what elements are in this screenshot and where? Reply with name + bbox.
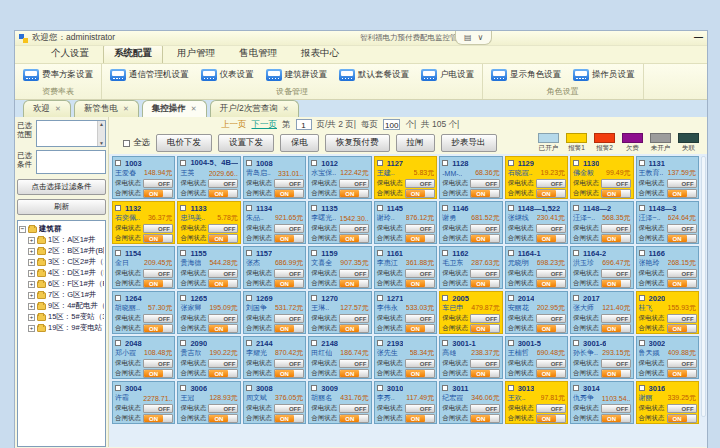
card-checkbox[interactable]: [246, 205, 252, 211]
switch-state-toggle[interactable]: ON: [601, 234, 631, 243]
switch-state-toggle[interactable]: ON: [470, 369, 500, 378]
card-checkbox[interactable]: [246, 250, 252, 256]
power-protect-toggle[interactable]: OFF: [470, 359, 500, 368]
meter-card[interactable]: 1131 王教育.. 137.59元 保电状态 OFF 合闸: [636, 156, 699, 199]
card-checkbox[interactable]: [508, 160, 514, 166]
card-checkbox[interactable]: [442, 160, 448, 166]
power-protect-toggle[interactable]: OFF: [143, 404, 173, 413]
power-protect-toggle[interactable]: OFF: [470, 269, 500, 278]
card-checkbox[interactable]: [377, 295, 383, 301]
user-name[interactable]: 高雄: [442, 348, 456, 358]
switch-state-toggle[interactable]: ON: [339, 234, 369, 243]
expand-icon[interactable]: +: [28, 292, 35, 299]
tree-node[interactable]: + 19区：9#变电站（2: [19, 323, 104, 333]
meter-card[interactable]: 1148—1,522 张继线 230.41元 保电状态 OFF: [505, 201, 568, 244]
user-name[interactable]: 贵海德: [180, 258, 201, 268]
card-checkbox[interactable]: [639, 160, 645, 166]
card-checkbox[interactable]: [377, 250, 383, 256]
switch-state-toggle[interactable]: ON: [667, 414, 697, 423]
card-checkbox[interactable]: [311, 340, 317, 346]
selected-range-box[interactable]: ▲ ▼: [36, 120, 106, 147]
power-protect-toggle[interactable]: OFF: [339, 314, 369, 323]
user-name[interactable]: 佛金毅: [573, 168, 594, 178]
ribbon-button[interactable]: 建筑群设置: [264, 67, 330, 83]
meter-card[interactable]: 2090 贵吉欣 190.22元 保电状态 OFF 合闸状态: [177, 336, 240, 379]
card-checkbox[interactable]: [246, 160, 252, 166]
prev-page-link[interactable]: 上一页: [221, 119, 247, 131]
power-protect-toggle[interactable]: OFF: [601, 314, 631, 323]
document-tab[interactable]: 开户/2次营查询 ✕: [210, 100, 299, 117]
meter-card[interactable]: 1132 石奕佩.. 36.37元 保电状态 OFF 合闸状: [112, 201, 175, 244]
user-name[interactable]: 仇秀争: [573, 393, 594, 403]
user-name[interactable]: 王琳..: [311, 303, 329, 313]
card-checkbox[interactable]: [508, 295, 514, 301]
meter-card[interactable]: 2144 李耀光 870.42元 保电状态 OFF 合闸状态: [243, 336, 306, 379]
expand-icon[interactable]: +: [28, 259, 35, 266]
chevron-down-icon[interactable]: ∨: [478, 33, 484, 42]
tree-node[interactable]: + 9区：4#配电井（4#: [19, 301, 104, 311]
user-name[interactable]: 许霸: [115, 393, 129, 403]
user-name[interactable]: 谢丽: [639, 393, 653, 403]
ribbon-button[interactable]: 显示角色设置: [489, 67, 563, 83]
power-protect-toggle[interactable]: OFF: [274, 314, 304, 323]
power-protect-toggle[interactable]: OFF: [536, 224, 566, 233]
switch-state-toggle[interactable]: ON: [536, 324, 566, 333]
power-protect-toggle[interactable]: OFF: [405, 404, 435, 413]
switch-state-toggle[interactable]: ON: [601, 369, 631, 378]
power-protect-toggle[interactable]: OFF: [667, 404, 697, 413]
next-page-link[interactable]: 下一页: [252, 119, 278, 131]
switch-state-toggle[interactable]: ON: [274, 369, 304, 378]
power-protect-toggle[interactable]: OFF: [274, 269, 304, 278]
user-name[interactable]: 李秀..: [377, 393, 395, 403]
filter-select-button[interactable]: 点击选择过滤条件: [17, 179, 106, 195]
power-protect-toggle[interactable]: OFF: [405, 269, 435, 278]
power-protect-toggle[interactable]: OFF: [470, 404, 500, 413]
user-name[interactable]: 胡丽名: [311, 393, 332, 403]
power-protect-toggle[interactable]: OFF: [470, 224, 500, 233]
collapse-icon[interactable]: −: [19, 226, 26, 233]
switch-state-toggle[interactable]: ON: [405, 369, 435, 378]
meter-card[interactable]: 1157 张杰 686.99元 保电状态 OFF 合闸状态: [243, 246, 306, 289]
card-checkbox[interactable]: [508, 385, 514, 391]
meter-card[interactable]: 3001-5 王楠哲 690.48元 保电状态 OFF 合闸: [505, 336, 568, 379]
card-checkbox[interactable]: [246, 295, 252, 301]
switch-state-toggle[interactable]: ON: [470, 234, 500, 243]
user-name[interactable]: 青岛启..: [246, 168, 271, 178]
switch-state-toggle[interactable]: ON: [667, 324, 697, 333]
power-protect-toggle[interactable]: OFF: [339, 224, 369, 233]
user-name[interactable]: 张艳玲: [639, 258, 660, 268]
tree-node[interactable]: + 2区：B区1#井(B区1: [19, 246, 104, 256]
card-checkbox[interactable]: [377, 205, 383, 211]
toolbar-button[interactable]: 电价下发: [156, 134, 212, 152]
switch-state-toggle[interactable]: ON: [208, 414, 238, 423]
power-protect-toggle[interactable]: OFF: [536, 359, 566, 368]
meter-card[interactable]: 1270 王琳.. 127.57元 保电状态 OFF 合闸状: [308, 291, 371, 334]
scroll-up-icon[interactable]: ▲: [98, 121, 105, 127]
switch-state-toggle[interactable]: ON: [208, 279, 238, 288]
meter-card[interactable]: 3014 仇秀争 1103.54.. 保电状态 OFF 合闸: [570, 381, 633, 424]
card-checkbox[interactable]: [246, 340, 252, 346]
meter-card[interactable]: 1128 -MM-.. 68.36元 保电状态 OFF 合闸: [439, 156, 502, 199]
switch-state-toggle[interactable]: ON: [667, 369, 697, 378]
meter-card[interactable]: 1164-2 洪玉珍 696.47元 保电状态 OFF 合闸: [570, 246, 633, 289]
power-protect-toggle[interactable]: OFF: [208, 179, 238, 188]
power-protect-toggle[interactable]: OFF: [667, 269, 697, 278]
power-protect-toggle[interactable]: OFF: [143, 179, 173, 188]
select-all-checkbox[interactable]: [123, 140, 130, 147]
power-protect-toggle[interactable]: OFF: [470, 179, 500, 188]
switch-state-toggle[interactable]: ON: [536, 279, 566, 288]
meter-card[interactable]: 3011 纪宏霞 346.06元 保电状态 OFF 合闸状态: [439, 381, 502, 424]
meter-card[interactable]: 2193 张先生 58.34元 保电状态 OFF 合闸状态: [374, 336, 437, 379]
card-checkbox[interactable]: [377, 340, 383, 346]
card-checkbox[interactable]: [311, 295, 317, 301]
switch-state-toggle[interactable]: ON: [208, 369, 238, 378]
tab-close-icon[interactable]: ✕: [55, 105, 61, 113]
user-name[interactable]: 刘国争: [246, 303, 267, 313]
power-protect-toggle[interactable]: OFF: [667, 224, 697, 233]
user-name[interactable]: 纪宏霞: [442, 393, 463, 403]
switch-state-toggle[interactable]: ON: [405, 324, 435, 333]
switch-state-toggle[interactable]: ON: [405, 414, 435, 423]
power-protect-toggle[interactable]: OFF: [667, 314, 697, 323]
document-tab[interactable]: 欢迎 ✕: [23, 100, 71, 117]
switch-state-toggle[interactable]: ON: [339, 189, 369, 198]
